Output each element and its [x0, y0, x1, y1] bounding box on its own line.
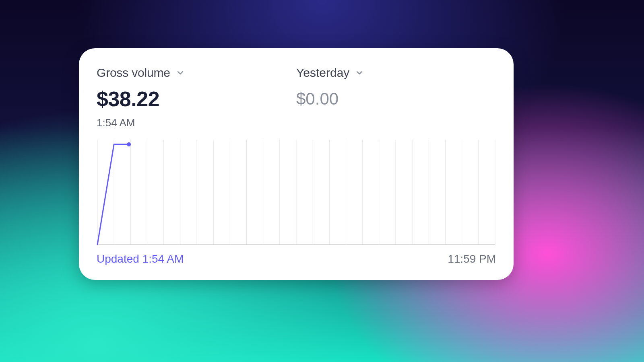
line-chart [97, 137, 496, 245]
metric-dropdown[interactable]: Gross volume [97, 66, 296, 80]
compare-label: Yesterday [296, 66, 349, 80]
chevron-down-icon [176, 68, 185, 77]
chevron-down-icon [355, 68, 364, 77]
compare-dropdown[interactable]: Yesterday [296, 66, 496, 80]
metric-timestamp: 1:54 AM [97, 117, 296, 129]
end-time-label: 11:59 PM [448, 253, 496, 265]
updated-label: Updated 1:54 AM [97, 253, 184, 265]
chart-area [97, 137, 496, 245]
card-footer: Updated 1:54 AM 11:59 PM [97, 253, 496, 265]
metric-value: $38.22 [97, 87, 296, 111]
compare-column: Yesterday $0.00 [296, 66, 496, 129]
svg-point-26 [127, 142, 131, 146]
metric-label: Gross volume [97, 66, 170, 80]
gross-volume-card: Gross volume $38.22 1:54 AM Yesterday [79, 48, 514, 280]
compare-value: $0.00 [296, 89, 496, 109]
card-header: Gross volume $38.22 1:54 AM Yesterday [97, 66, 496, 129]
metric-column: Gross volume $38.22 1:54 AM [97, 66, 296, 129]
